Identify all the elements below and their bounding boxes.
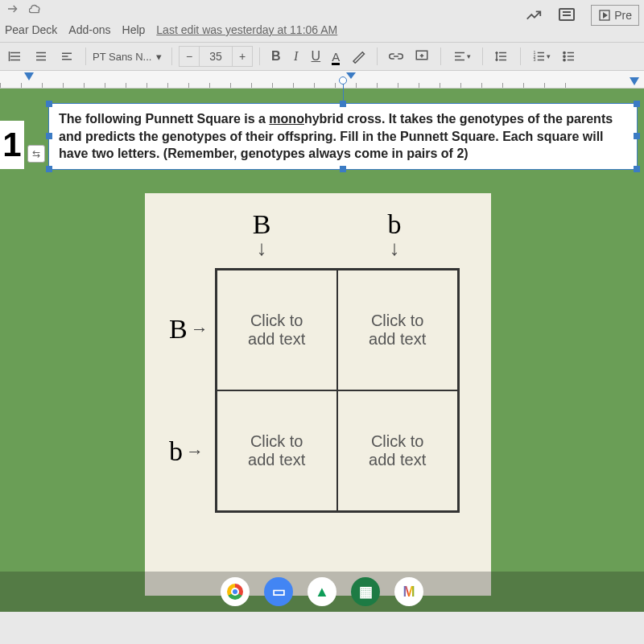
cloud-icon bbox=[29, 2, 42, 15]
menubar-right: Pre bbox=[525, 5, 639, 26]
decrease-size-button[interactable]: − bbox=[179, 46, 200, 67]
chrome-icon[interactable] bbox=[221, 577, 250, 606]
menu-pear-deck[interactable]: Pear Deck bbox=[5, 23, 57, 36]
text-color-button[interactable]: A bbox=[327, 46, 345, 67]
row2-allele: b bbox=[169, 436, 183, 467]
link-button[interactable] bbox=[384, 46, 408, 67]
instruction-textbox[interactable]: The following Punnett Square is a monohy… bbox=[48, 103, 638, 170]
font-name: PT Sans N... bbox=[93, 51, 151, 63]
right-arrow-icon: → bbox=[191, 319, 208, 340]
play-icon bbox=[598, 9, 611, 22]
highlight-button[interactable] bbox=[346, 46, 370, 67]
down-arrow-icon: ↓ bbox=[370, 240, 419, 257]
ruler[interactable] bbox=[0, 71, 644, 89]
bold-button[interactable]: B bbox=[266, 46, 286, 67]
punnett-cell-2[interactable]: Click to add text bbox=[337, 270, 458, 390]
font-size-value[interactable]: 35 bbox=[200, 46, 232, 67]
gmail-icon[interactable]: M bbox=[394, 577, 423, 606]
font-selector[interactable]: PT Sans N... ▾ bbox=[93, 51, 165, 63]
resize-handle[interactable] bbox=[634, 166, 640, 172]
line-spacing-button[interactable] bbox=[489, 46, 514, 67]
rotate-line bbox=[343, 83, 344, 101]
column-headers: B ↓ b ↓ bbox=[237, 209, 467, 257]
rotate-handle[interactable] bbox=[339, 76, 347, 85]
taskbar: ▭ ▲ ▦ M bbox=[0, 572, 644, 612]
present-button[interactable]: Pre bbox=[591, 5, 639, 26]
right-arrow-icon: → bbox=[186, 441, 204, 462]
resize-handle[interactable] bbox=[634, 101, 640, 107]
menu-help[interactable]: Help bbox=[122, 23, 146, 36]
font-size-control: − 35 + bbox=[179, 46, 253, 67]
indent-icon[interactable] bbox=[3, 46, 27, 67]
punnett-cell-1[interactable]: Click to add text bbox=[217, 270, 337, 390]
last-edit-note[interactable]: Last edit was yesterday at 11:06 AM bbox=[156, 23, 337, 36]
numbered-list-button[interactable]: 123▾ bbox=[527, 46, 555, 67]
resize-handle[interactable] bbox=[46, 133, 52, 139]
ruler-center-marker[interactable] bbox=[346, 72, 356, 79]
svg-point-7 bbox=[564, 56, 565, 57]
underline-button[interactable]: U bbox=[307, 46, 326, 67]
italic-button[interactable]: I bbox=[287, 46, 305, 67]
comments-icon[interactable] bbox=[557, 6, 576, 25]
menu-add-ons[interactable]: Add-ons bbox=[68, 23, 110, 36]
align-icon[interactable] bbox=[29, 46, 53, 67]
punnett-cell-4[interactable]: Click to add text bbox=[337, 390, 458, 511]
resize-handle[interactable] bbox=[634, 133, 640, 139]
sheets-icon[interactable]: ▦ bbox=[351, 577, 380, 606]
resize-handle[interactable] bbox=[340, 166, 346, 172]
svg-point-6 bbox=[564, 52, 565, 53]
resize-handle[interactable] bbox=[46, 101, 52, 107]
row1-allele: B bbox=[169, 314, 188, 345]
increase-size-button[interactable]: + bbox=[232, 46, 253, 67]
present-label: Pre bbox=[614, 9, 632, 22]
ruler-right-marker[interactable] bbox=[630, 77, 639, 85]
svg-text:3: 3 bbox=[534, 57, 536, 62]
align-h-button[interactable]: ▾ bbox=[448, 46, 476, 67]
format-icon[interactable] bbox=[55, 46, 79, 67]
arrow-icon bbox=[6, 2, 19, 15]
format-options-icon[interactable]: ⇆ bbox=[27, 145, 45, 163]
svg-point-8 bbox=[564, 59, 565, 60]
row-headers: B → b → bbox=[169, 268, 208, 513]
slide-canvas[interactable]: 1 ⇆ The following Punnett Square is a mo… bbox=[0, 89, 644, 612]
slide-number: 1 bbox=[0, 121, 24, 169]
ruler-left-marker[interactable] bbox=[24, 72, 34, 80]
down-arrow-icon: ↓ bbox=[237, 240, 286, 257]
dropdown-icon: ▾ bbox=[156, 51, 162, 63]
toolbar: PT Sans N... ▾ − 35 + B I U A ▾ 123▾ bbox=[0, 42, 644, 71]
trend-icon[interactable] bbox=[525, 6, 543, 24]
punnett-square-container: B ↓ b ↓ B → b → Click to bbox=[145, 193, 491, 596]
instruction-text: The following Punnett Square is a monohy… bbox=[59, 112, 613, 160]
docs-icon[interactable]: ▭ bbox=[264, 577, 293, 606]
resize-handle[interactable] bbox=[46, 166, 52, 172]
comment-button[interactable] bbox=[410, 46, 434, 67]
punnett-cell-3[interactable]: Click to add text bbox=[217, 390, 337, 511]
punnett-grid: Click to add text Click to add text Clic… bbox=[215, 268, 460, 513]
resize-handle[interactable] bbox=[340, 101, 346, 107]
drive-icon[interactable]: ▲ bbox=[308, 577, 336, 606]
bullet-list-button[interactable] bbox=[557, 46, 581, 67]
